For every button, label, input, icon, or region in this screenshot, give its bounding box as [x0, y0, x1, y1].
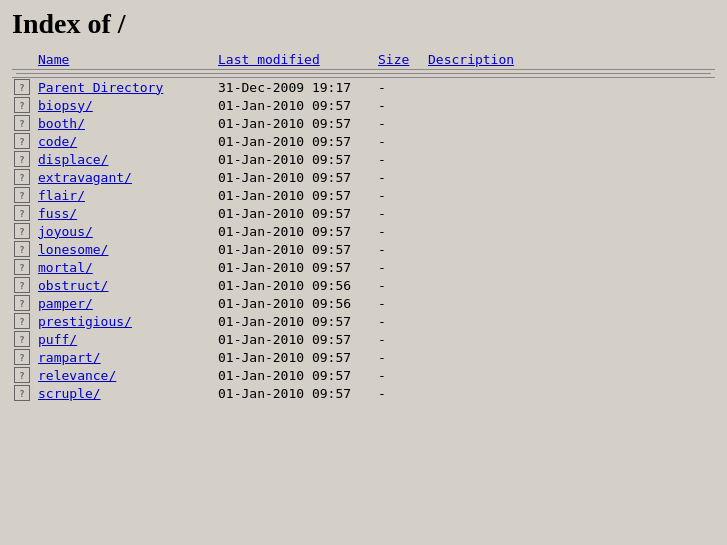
entry-link[interactable]: prestigious/ — [38, 314, 132, 329]
entry-size-cell: - — [374, 330, 424, 348]
folder-icon-cell: ? — [12, 222, 34, 240]
folder-icon: ? — [14, 331, 30, 347]
entry-link[interactable]: scruple/ — [38, 386, 101, 401]
folder-icon: ? — [14, 115, 30, 131]
folder-icon: ? — [14, 187, 30, 203]
table-row: ?fuss/01-Jan-2010 09:57- — [12, 204, 715, 222]
table-row: ?prestigious/01-Jan-2010 09:57- — [12, 312, 715, 330]
entry-link[interactable]: rampart/ — [38, 350, 101, 365]
header-description: Description — [424, 50, 715, 70]
folder-icon: ? — [14, 259, 30, 275]
entry-modified-cell: 01-Jan-2010 09:57 — [214, 168, 374, 186]
entry-modified-cell: 01-Jan-2010 09:57 — [214, 258, 374, 276]
entry-modified-cell: 01-Jan-2010 09:57 — [214, 96, 374, 114]
entry-link[interactable]: puff/ — [38, 332, 77, 347]
folder-icon: ? — [14, 277, 30, 293]
folder-icon-cell: ? — [12, 186, 34, 204]
table-row: ?puff/01-Jan-2010 09:57- — [12, 330, 715, 348]
folder-icon-cell: ? — [12, 204, 34, 222]
table-row: ?relevance/01-Jan-2010 09:57- — [12, 366, 715, 384]
entry-modified-cell: 01-Jan-2010 09:57 — [214, 186, 374, 204]
entry-modified-cell: 01-Jan-2010 09:57 — [214, 312, 374, 330]
folder-icon-cell: ? — [12, 114, 34, 132]
sort-by-size-link[interactable]: Size — [378, 52, 409, 67]
folder-icon-cell: ? — [12, 132, 34, 150]
entry-size-cell: - — [374, 294, 424, 312]
folder-icon-cell: ? — [12, 150, 34, 168]
folder-icon-cell: ? — [12, 78, 34, 97]
entry-link[interactable]: code/ — [38, 134, 77, 149]
entry-modified-cell: 01-Jan-2010 09:57 — [214, 222, 374, 240]
entry-size-cell: - — [374, 222, 424, 240]
entry-link[interactable]: Parent Directory — [38, 80, 163, 95]
entry-link[interactable]: extravagant/ — [38, 170, 132, 185]
folder-icon-cell: ? — [12, 168, 34, 186]
entry-link[interactable]: displace/ — [38, 152, 108, 167]
sort-by-modified-link[interactable]: Last modified — [218, 52, 320, 67]
entry-size-cell: - — [374, 150, 424, 168]
folder-icon-cell: ? — [12, 384, 34, 402]
table-row: ?scruple/01-Jan-2010 09:57- — [12, 384, 715, 402]
entry-modified-cell: 01-Jan-2010 09:57 — [214, 348, 374, 366]
entry-size-cell: - — [374, 240, 424, 258]
folder-icon: ? — [14, 367, 30, 383]
entry-description-cell — [424, 186, 715, 204]
entry-description-cell — [424, 150, 715, 168]
entry-name-cell: flair/ — [34, 186, 214, 204]
entry-link[interactable]: booth/ — [38, 116, 85, 131]
entry-description-cell — [424, 294, 715, 312]
entry-modified-cell: 01-Jan-2010 09:57 — [214, 204, 374, 222]
header-size: Size — [374, 50, 424, 70]
folder-icon-cell: ? — [12, 330, 34, 348]
entry-modified-cell: 01-Jan-2010 09:57 — [214, 240, 374, 258]
folder-icon-cell: ? — [12, 348, 34, 366]
entry-description-cell — [424, 222, 715, 240]
entry-name-cell: code/ — [34, 132, 214, 150]
entry-modified-cell: 01-Jan-2010 09:57 — [214, 384, 374, 402]
directory-listing: Name Last modified Size Description ?Par… — [12, 50, 715, 402]
entry-name-cell: puff/ — [34, 330, 214, 348]
header-icon-col — [12, 50, 34, 70]
entry-link[interactable]: joyous/ — [38, 224, 93, 239]
entry-name-cell: extravagant/ — [34, 168, 214, 186]
entry-size-cell: - — [374, 114, 424, 132]
entry-name-cell: scruple/ — [34, 384, 214, 402]
entry-name-cell: joyous/ — [34, 222, 214, 240]
entry-link[interactable]: flair/ — [38, 188, 85, 203]
entry-description-cell — [424, 330, 715, 348]
folder-icon: ? — [14, 97, 30, 113]
entry-description-cell — [424, 78, 715, 97]
folder-icon: ? — [14, 133, 30, 149]
sort-by-name-link[interactable]: Name — [38, 52, 69, 67]
table-row: ?booth/01-Jan-2010 09:57- — [12, 114, 715, 132]
entry-description-cell — [424, 96, 715, 114]
folder-icon: ? — [14, 385, 30, 401]
table-row: ?lonesome/01-Jan-2010 09:57- — [12, 240, 715, 258]
folder-icon-cell: ? — [12, 312, 34, 330]
folder-icon: ? — [14, 295, 30, 311]
entry-link[interactable]: mortal/ — [38, 260, 93, 275]
entry-modified-cell: 01-Jan-2010 09:57 — [214, 366, 374, 384]
header-modified: Last modified — [214, 50, 374, 70]
entry-link[interactable]: biopsy/ — [38, 98, 93, 113]
folder-icon-cell: ? — [12, 276, 34, 294]
entry-description-cell — [424, 168, 715, 186]
entry-size-cell: - — [374, 276, 424, 294]
entry-link[interactable]: lonesome/ — [38, 242, 108, 257]
entry-link[interactable]: pamper/ — [38, 296, 93, 311]
sort-by-description-link[interactable]: Description — [428, 52, 514, 67]
entry-link[interactable]: obstruct/ — [38, 278, 108, 293]
entry-name-cell: rampart/ — [34, 348, 214, 366]
entry-size-cell: - — [374, 312, 424, 330]
page-title: Index of / — [12, 8, 715, 40]
table-row: ?biopsy/01-Jan-2010 09:57- — [12, 96, 715, 114]
table-header-row: Name Last modified Size Description — [12, 50, 715, 70]
entry-description-cell — [424, 312, 715, 330]
entry-size-cell: - — [374, 348, 424, 366]
entry-description-cell — [424, 258, 715, 276]
folder-icon-cell: ? — [12, 240, 34, 258]
entry-link[interactable]: fuss/ — [38, 206, 77, 221]
entry-link[interactable]: relevance/ — [38, 368, 116, 383]
table-row: ?flair/01-Jan-2010 09:57- — [12, 186, 715, 204]
table-row: ?Parent Directory31-Dec-2009 19:17- — [12, 78, 715, 97]
